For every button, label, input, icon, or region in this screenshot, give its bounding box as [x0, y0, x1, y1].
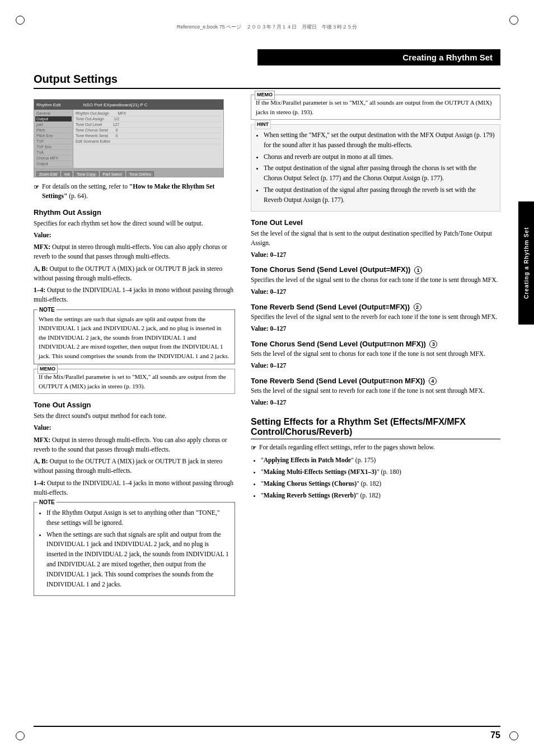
chapter-banner: Creating a Rhythm Set [257, 49, 500, 65]
rhythm-out-val-mfx: MFX: Output in stereo through multi-effe… [34, 242, 235, 262]
memo-box-1-text: If the Mix/Parallel parameter is set to … [39, 372, 230, 391]
right-column: MEMO If the Mix/Parallel parameter is se… [251, 95, 500, 600]
tone-out-level-value: Value: 0–127 [251, 250, 500, 260]
circle-num-3: 3 [429, 340, 437, 348]
two-col-layout: Rhythm Edit NSO Port EXpandboard(21) P C… [34, 95, 500, 600]
tone-reverb-send-nonmfx-heading: Tone Reverb Send (Send Level (Output=non… [251, 377, 500, 386]
tone-reverb-send-nonmfx-desc: Sets the level of the signal sent to rev… [251, 386, 500, 396]
note-box-2: NOTE If the Rhythm Output Assign is set … [34, 502, 235, 596]
note-box-2-list: If the Rhythm Output Assign is set to an… [39, 508, 230, 590]
corner-mark-tl [16, 16, 25, 25]
section-title: Output Settings [34, 73, 500, 89]
circle-num-2: 2 [414, 303, 421, 311]
side-tab-text: Creating a Rhythm Set [523, 227, 530, 299]
memo-icon-1: MEMO [38, 365, 58, 374]
tone-out-assign-heading: Tone Out Assign [34, 401, 235, 409]
tone-out-level-desc: Set the level of the signal that is sent… [251, 229, 500, 248]
main-content: Output Settings Rhythm Edit NSO Port EXp… [34, 73, 500, 722]
tone-chorus-send-nonmfx-heading: Tone Chorus Send (Send Level (Output=non… [251, 340, 500, 349]
memo-box-2: MEMO If the Mix/Parallel parameter is se… [251, 95, 500, 120]
tone-out-assign-desc: Sets the direct sound's output method fo… [34, 411, 235, 421]
tone-reverb-send-mfx-desc: Specifies the level of the signal sent t… [251, 312, 500, 322]
left-column: Rhythm Edit NSO Port EXpandboard(21) P C… [34, 95, 235, 600]
hint-box: HINT When setting the "MFX," set the out… [251, 124, 500, 212]
corner-mark-bl [16, 731, 25, 740]
note-box-2-item-1: If the Rhythm Output Assign is set to an… [46, 508, 230, 528]
effects-ref-icon: ☞ [251, 443, 256, 453]
hint-icon: HINT [255, 120, 271, 129]
circle-num-4: 4 [429, 377, 437, 385]
hint-item-4: The output destination of the signal aft… [264, 185, 495, 205]
memo-box-2-text: If the Mix/Parallel parameter is set to … [256, 98, 495, 116]
effects-link-2: "Making Multi-Effects Settings (MFX1–3)"… [261, 467, 500, 477]
ref-text: For details on the setting, refer to "Ho… [42, 182, 235, 201]
rhythm-out-val-ab: A, B: Output to the OUTPUT A (MIX) jack … [34, 264, 235, 284]
rhythm-out-assign-heading: Rhythm Out Assign [34, 208, 235, 217]
hint-list: When setting the "MFX," set the output d… [256, 130, 495, 205]
tone-chorus-send-nonmfx-desc: Sets the level of the signal sent to cho… [251, 349, 500, 359]
tone-out-val-ab: A, B: Output to the OUTPUT A (MIX) jack … [34, 457, 235, 476]
header-meta-text: Reference_e.book 75 ページ ２００３年７月１４日 月曜日 午… [177, 24, 358, 31]
side-tab: Creating a Rhythm Set [518, 201, 534, 325]
memo-icon-2: MEMO [255, 91, 275, 100]
effects-link-list: "Applying Effects in Patch Mode" (p. 175… [251, 456, 500, 500]
note-box-1: NOTE When the settings are such that sig… [34, 309, 235, 365]
tone-out-assign-value-label: Value: [34, 423, 235, 433]
bottom-rule [34, 726, 500, 727]
corner-mark-tr [509, 16, 518, 25]
effects-link-1: "Applying Effects in Patch Mode" (p. 175… [261, 456, 500, 466]
tone-reverb-send-mfx-heading: Tone Reverb Send (Send Level (Output=MFX… [251, 303, 500, 312]
ref-icon: ☞ [34, 182, 39, 192]
tone-chorus-send-nonmfx-value: Value: 0–127 [251, 361, 500, 370]
effects-link-4: "Making Reverb Settings (Reverb)" (p. 18… [261, 491, 500, 501]
chapter-title: Creating a Rhythm Set [402, 53, 493, 62]
rhythm-out-assign-value-label: Value: [34, 231, 235, 240]
tone-reverb-send-nonmfx-value: Value: 0–127 [251, 398, 500, 407]
rhythm-out-val-14: 1–4: Output to the INDIVIDUAL 1–4 jacks … [34, 285, 235, 305]
hint-item-2: Chorus and reverb are output in mono at … [264, 152, 495, 162]
corner-mark-br [509, 731, 518, 740]
note-box-2-item-2: When the settings are such that signals … [46, 530, 230, 590]
circle-num-1: 1 [414, 266, 422, 274]
memo-box-1: MEMO If the Mix/Parallel parameter is se… [34, 369, 235, 394]
screenshot-thumb: Rhythm Edit NSO Port EXpandboard(21) P C… [34, 99, 224, 177]
note-icon-1: NOTE [38, 306, 57, 314]
tone-chorus-send-mfx-heading: Tone Chorus Send (Send Level (Output=MFX… [251, 265, 500, 274]
effects-ref-text: For details regarding effect settings, r… [259, 443, 435, 452]
page-number: 75 [490, 730, 500, 740]
hint-item-1: When setting the "MFX," set the output d… [264, 130, 495, 151]
effects-section-heading: Setting Effects for a Rhythm Set (Effect… [251, 417, 500, 439]
tone-out-val-14: 1–4: Output to the INDIVIDUAL 1–4 jacks … [34, 478, 235, 498]
header-meta: Reference_e.book 75 ページ ２００３年７月１４日 月曜日 午… [34, 24, 500, 31]
tone-chorus-send-mfx-desc: Specifies the level of the signal sent t… [251, 275, 500, 285]
note-box-1-text: When the settings are such that signals … [39, 314, 230, 361]
tone-out-val-mfx: MFX: Output in stereo through multi-effe… [34, 435, 235, 455]
tone-out-level-heading: Tone Out Level [251, 218, 500, 227]
rhythm-out-assign-desc: Specifies for each rhythm set how the di… [34, 219, 235, 228]
tone-chorus-send-mfx-value: Value: 0–127 [251, 287, 500, 297]
note-box-2-inner: If the Rhythm Output Assign is set to an… [39, 508, 230, 590]
ref-line: ☞ For details on the setting, refer to "… [34, 182, 235, 201]
effects-link-3: "Making Chorus Settings (Chorus)" (p. 18… [261, 479, 500, 489]
note-icon-2: NOTE [38, 498, 57, 506]
tone-reverb-send-mfx-value: Value: 0–127 [251, 324, 500, 334]
effects-ref-line: ☞ For details regarding effect settings,… [251, 443, 500, 453]
hint-item-3: The output destination of the signal aft… [264, 163, 495, 184]
